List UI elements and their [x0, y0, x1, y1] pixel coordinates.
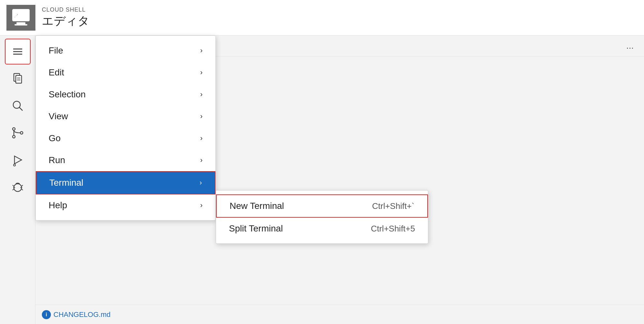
- svg-rect-5: [14, 24, 27, 25]
- menu-item-view-arrow: ›: [200, 112, 203, 121]
- sidebar-item-run[interactable]: [5, 147, 31, 173]
- terminal-submenu: New Terminal Ctrl+Shift+` Split Terminal…: [216, 190, 428, 244]
- menu-item-view[interactable]: View ›: [36, 105, 215, 127]
- menu-item-file-arrow: ›: [200, 46, 203, 55]
- toolbar-more-button[interactable]: ...: [622, 39, 638, 52]
- changelog-icon: i: [42, 310, 51, 319]
- sidebar: [0, 35, 35, 324]
- submenu-item-split-terminal[interactable]: Split Terminal Ctrl+Shift+5: [216, 218, 428, 240]
- menu-item-selection-arrow: ›: [200, 90, 203, 99]
- app-subtitle: CLOUD SHELL: [42, 6, 90, 13]
- menu-item-terminal-label: Terminal: [49, 178, 83, 188]
- sidebar-item-git[interactable]: [5, 120, 31, 146]
- menu-item-go-label: Go: [49, 133, 61, 143]
- menu-item-run[interactable]: Run ›: [36, 149, 215, 171]
- menu-item-run-label: Run: [49, 155, 65, 165]
- main-menu: File › Edit › Selection › View › Go ›: [35, 35, 216, 221]
- svg-marker-19: [14, 156, 22, 164]
- menu-item-selection[interactable]: Selection ›: [36, 83, 215, 105]
- sidebar-item-debug[interactable]: [5, 174, 31, 200]
- menu-item-selection-label: Selection: [49, 89, 86, 100]
- svg-rect-4: [16, 22, 25, 24]
- app-title-container: CLOUD SHELL エディタ: [42, 6, 90, 29]
- sidebar-item-menu[interactable]: [5, 39, 31, 64]
- svg-line-22: [13, 185, 14, 186]
- svg-point-17: [20, 132, 23, 134]
- svg-line-14: [19, 107, 23, 111]
- svg-rect-10: [16, 75, 22, 83]
- app-title: エディタ: [42, 13, 90, 29]
- menu-item-file[interactable]: File ›: [36, 40, 215, 62]
- main-layout: ... d unction es i CHANGELOG.md File ›: [0, 35, 644, 324]
- bottom-bar: i CHANGELOG.md: [35, 305, 644, 324]
- menu-item-help-arrow: ›: [200, 201, 203, 210]
- svg-point-20: [14, 164, 15, 166]
- changelog-link[interactable]: i CHANGELOG.md: [42, 310, 110, 319]
- submenu-split-terminal-shortcut: Ctrl+Shift+5: [371, 224, 415, 234]
- svg-point-15: [13, 128, 15, 130]
- svg-line-23: [22, 185, 23, 186]
- submenu-item-new-terminal[interactable]: New Terminal Ctrl+Shift+`: [216, 194, 428, 218]
- menu-item-file-label: File: [49, 45, 63, 56]
- svg-line-24: [13, 189, 14, 190]
- submenu-new-terminal-shortcut: Ctrl+Shift+`: [372, 201, 415, 211]
- menu-item-help[interactable]: Help ›: [36, 194, 215, 216]
- changelog-text: CHANGELOG.md: [53, 310, 110, 319]
- menu-item-view-label: View: [49, 111, 68, 122]
- submenu-new-terminal-label: New Terminal: [230, 201, 284, 211]
- menu-item-terminal[interactable]: Terminal ›: [36, 171, 215, 194]
- sidebar-item-search[interactable]: [5, 93, 31, 119]
- svg-point-13: [13, 101, 20, 108]
- menu-item-edit[interactable]: Edit ›: [36, 62, 215, 83]
- sidebar-item-files[interactable]: [5, 66, 31, 92]
- menu-item-run-arrow: ›: [200, 156, 203, 164]
- svg-line-25: [22, 189, 23, 190]
- app-logo: >_: [6, 5, 35, 31]
- app-header: >_ CLOUD SHELL エディタ: [0, 0, 644, 35]
- menu-item-edit-arrow: ›: [200, 68, 203, 77]
- menu-item-go[interactable]: Go ›: [36, 127, 215, 149]
- svg-point-16: [13, 135, 15, 138]
- menu-item-edit-label: Edit: [49, 67, 64, 78]
- submenu-split-terminal-label: Split Terminal: [229, 223, 283, 234]
- menu-item-help-label: Help: [49, 200, 67, 211]
- svg-text:>_: >_: [14, 12, 22, 19]
- menu-item-go-arrow: ›: [200, 134, 203, 142]
- menu-item-terminal-arrow: ›: [200, 179, 202, 187]
- menu-overlay: File › Edit › Selection › View › Go ›: [35, 35, 216, 221]
